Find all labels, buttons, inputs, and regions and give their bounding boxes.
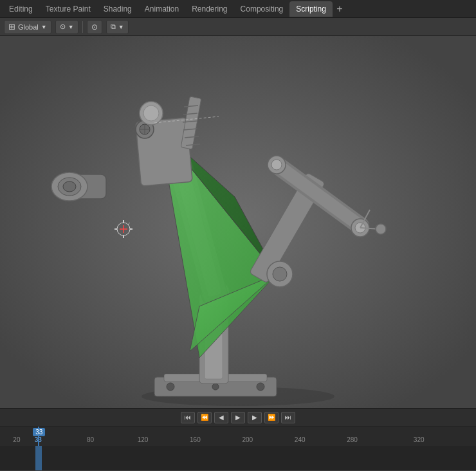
header-toolbar: ⊞ Global ▼ ⊙ ▼ ⊙ ⧉ ▼ (0, 18, 476, 36)
ruler-mark-320: 320 (414, 436, 425, 443)
tab-texture-paint[interactable]: Texture Paint (39, 1, 97, 17)
tab-shading[interactable]: Shading (97, 1, 138, 17)
snap-dropdown[interactable]: ⊙ ▼ (55, 20, 78, 34)
svg-point-34 (63, 181, 76, 192)
transform-orientation-dropdown[interactable]: ⊞ Global ▼ (4, 20, 51, 34)
tab-compositing[interactable]: Compositing (234, 1, 290, 17)
ruler-mark-80: 80 (87, 436, 94, 443)
tab-editing[interactable]: Editing (3, 1, 39, 17)
viewport-3d[interactable] (0, 36, 476, 408)
tab-scripting[interactable]: Scripting (289, 1, 333, 17)
timeline-prev-keyframe-button[interactable]: ⏪ (197, 412, 212, 423)
svg-point-4 (167, 383, 174, 391)
chevron-down-icon: ▼ (41, 24, 47, 30)
ruler-mark-200: 200 (242, 436, 253, 443)
scrubber-cursor (35, 446, 42, 470)
frame-cursor-line: 33 (38, 427, 39, 446)
timeline-play-button[interactable]: ▶ (231, 412, 245, 423)
ruler-mark-120: 120 (138, 436, 149, 443)
ruler-mark-160: 160 (190, 436, 201, 443)
timeline-next-keyframe-button[interactable]: ⏩ (264, 412, 279, 423)
svg-point-23 (143, 106, 159, 121)
transform-icon: ⊞ (8, 22, 15, 32)
overlay-chevron-icon: ▼ (118, 24, 124, 30)
snap-icon: ⊙ (60, 23, 66, 31)
timeline-frame-start-button[interactable]: ⏮ (181, 412, 195, 423)
ruler-mark-240: 240 (295, 436, 306, 443)
svg-point-44 (376, 224, 386, 234)
overlay-icon: ⧉ (111, 23, 116, 31)
timeline-controls: ⏮ ⏪ ◀ ▶ ▶ ⏩ ⏭ (0, 409, 476, 427)
svg-point-5 (257, 383, 264, 391)
proportional-edit-icon: ⊙ (91, 23, 98, 32)
ruler-mark-20: 20 (13, 436, 20, 443)
current-frame-badge: 33 (33, 428, 45, 436)
timeline-prev-frame-button[interactable]: ◀ (214, 412, 228, 423)
svg-point-6 (212, 383, 219, 390)
add-workspace-button[interactable]: + (333, 2, 347, 16)
workspace-tabs: Editing Texture Paint Shading Animation … (0, 0, 476, 18)
scene-svg (0, 36, 476, 408)
snap-chevron-icon: ▼ (68, 24, 74, 30)
ruler-mark-280: 280 (347, 436, 358, 443)
timeline: ⏮ ⏪ ◀ ▶ ▶ ⏩ ⏭ 20 33 80 120 160 200 240 2… (0, 408, 476, 470)
timeline-frame-end-button[interactable]: ⏭ (281, 412, 295, 423)
timeline-next-frame-button[interactable]: ▶ (248, 412, 262, 423)
toolbar-separator (82, 21, 83, 33)
tab-rendering[interactable]: Rendering (185, 1, 233, 17)
svg-point-46 (273, 267, 287, 281)
timeline-scrubber[interactable] (0, 446, 476, 470)
proportional-edit-button[interactable]: ⊙ (87, 20, 102, 34)
overlay-dropdown[interactable]: ⧉ ▼ (106, 20, 129, 34)
svg-point-39 (271, 160, 282, 170)
tab-animation[interactable]: Animation (138, 1, 185, 17)
timeline-ruler[interactable]: 20 33 80 120 160 200 240 280 320 33 (0, 427, 476, 446)
